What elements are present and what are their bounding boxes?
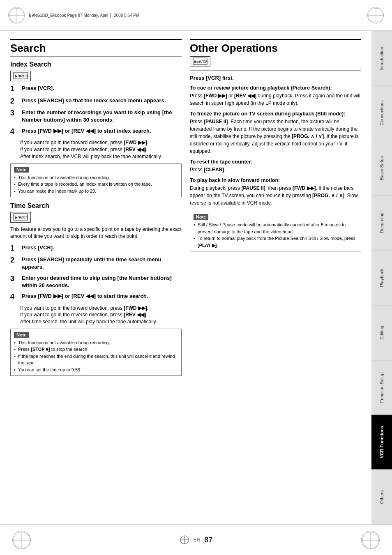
sidebar-tab-connections[interactable]: Connections <box>371 85 392 140</box>
main-content: Search Index Search ▶/■ VCR 1 Press [VCR… <box>0 31 371 524</box>
svg-text:▶/■: ▶/■ <box>15 74 21 78</box>
index-step-2: 2 Press [SEARCH] so that the index searc… <box>10 97 182 106</box>
index-note-2: Every time a tape is recorded, an index … <box>14 181 178 188</box>
index-search-vcr-icon: ▶/■ VCR <box>10 71 31 81</box>
top-bar: E9NG1BD_EN.book Page 87 Monday, April 7,… <box>0 0 392 31</box>
index-step-3: 3 Enter the number of recordings you wan… <box>10 109 182 124</box>
sidebar-tab-function-setup[interactable]: Function Setup <box>371 360 392 415</box>
ops-slow-forward-heading: To play back in slow forward motion: <box>190 177 361 183</box>
top-right-circle <box>367 7 384 23</box>
index-note-3: You can make the index mark up to 20. <box>14 188 178 195</box>
bottom-page-num: 87 <box>204 536 212 544</box>
svg-text:VCR: VCR <box>21 74 28 78</box>
bottom-right-circle <box>361 531 380 549</box>
top-bar-file-info: E9NG1BD_EN.book Page 87 Monday, April 7,… <box>29 13 367 18</box>
svg-text:VCR: VCR <box>200 60 208 64</box>
ops-picture-search-body: Press [FWD ▶▶] or [REV ◀◀] during playba… <box>190 92 361 107</box>
other-ops-note-2: To return to normal play back from the P… <box>194 235 357 249</box>
index-note-box: Note This function is not available duri… <box>10 164 182 198</box>
svg-text:VCR: VCR <box>21 215 28 219</box>
index-step-1: 1 Press [VCR]. <box>10 85 182 94</box>
sidebar-tab-playback[interactable]: Playback <box>371 250 392 305</box>
search-divider <box>10 56 182 57</box>
other-ops-divider <box>190 70 361 71</box>
top-left-circle <box>8 7 25 23</box>
time-step-2: 2 Press [SEARCH] repeatedly until the ti… <box>10 256 182 271</box>
other-ops-intro: Press [VCR] first. <box>190 75 361 81</box>
time-search-vcr-icon: ▶/■ VCR <box>10 212 31 223</box>
index-search-title: Index Search <box>10 61 182 68</box>
index-step-4-detail: If you want to go in the forward directi… <box>20 139 182 160</box>
ops-reset-counter-heading: To reset the tape counter: <box>190 159 361 165</box>
svg-text:▶/■: ▶/■ <box>194 60 201 64</box>
search-title: Search <box>10 39 182 55</box>
other-ops-note-box: Note Still / Slow / Pause mode will be a… <box>190 211 361 251</box>
svg-text:▶/■: ▶/■ <box>15 215 21 219</box>
sidebar-tab-basic-setup[interactable]: Basic Setup <box>371 140 392 195</box>
time-step-4: 4 Press [FWD ▶▶] or [REV ◀◀] to start ti… <box>10 292 182 302</box>
right-column: Other Operations ▶/■ VCR Press [VCR] fir… <box>190 39 361 516</box>
time-step-3: 3 Enter your desired time to skip using … <box>10 274 182 289</box>
other-ops-vcr-icon: ▶/■ VCR <box>190 56 210 67</box>
bottom-bar: EN 87 <box>0 524 392 555</box>
other-ops-header: Other Operations <box>190 39 361 55</box>
time-note-1: This function is not available during re… <box>14 339 178 346</box>
bottom-center: EN 87 <box>180 535 213 545</box>
ops-still-mode-body: Press [PAUSE II]. Each time you press th… <box>190 118 361 155</box>
sidebar-tab-editing[interactable]: Editing <box>371 305 392 359</box>
sidebar-tab-others[interactable]: Others <box>371 470 392 524</box>
bottom-left-circle <box>12 531 31 549</box>
page-wrapper: E9NG1BD_EN.book Page 87 Monday, April 7,… <box>0 0 392 555</box>
time-step-1: 1 Press [VCR]. <box>10 244 182 253</box>
sidebar-tab-vcr-functions[interactable]: VCR Functions <box>371 415 392 469</box>
left-column: Search Index Search ▶/■ VCR 1 Press [VCR… <box>10 39 182 516</box>
ops-reset-counter-body: Press [CLEAR]. <box>190 166 361 173</box>
time-step-4-detail: If you want to go in the forward directi… <box>20 305 182 325</box>
bottom-crosshair-icon <box>180 535 189 545</box>
bottom-en-label: EN <box>194 537 201 543</box>
index-step-4: 4 Press [FWD ▶▶] or [REV ◀◀] to start in… <box>10 127 182 136</box>
index-note-1: This function is not available during re… <box>14 174 178 181</box>
sidebar-tab-introduction[interactable]: Introduction <box>371 31 392 85</box>
time-note-2: Press [STOP ■] to stop the search. <box>14 346 178 353</box>
sidebar-tab-recording[interactable]: Recording <box>371 195 392 250</box>
other-ops-title: Other Operations <box>190 42 278 55</box>
time-search-title: Time Search <box>10 202 182 210</box>
ops-still-mode-heading: To freeze the picture on TV screen durin… <box>190 111 361 117</box>
time-search-intro: This feature allows you to go to a speci… <box>10 226 182 240</box>
time-note-box: Note This function is not available duri… <box>10 329 182 376</box>
other-ops-note-1: Still / Slow / Pause mode will be automa… <box>194 221 357 235</box>
right-sidebar: Introduction Connections Basic Setup Rec… <box>371 31 392 524</box>
time-note-3: If the tape reaches the end during the s… <box>14 353 178 366</box>
time-note-4: You can set the time up to 9:59. <box>14 366 178 373</box>
ops-picture-search-heading: To cue or review picture during playback… <box>190 85 361 91</box>
ops-slow-forward-body: During playback, press [PAUSE II], then … <box>190 184 361 207</box>
